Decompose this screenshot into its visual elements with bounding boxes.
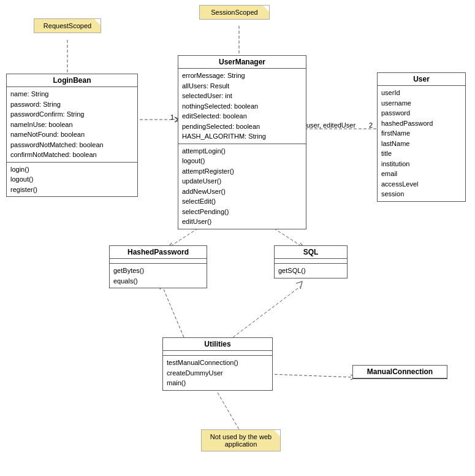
loginbean-attributes: name: String password: String passwordCo…: [7, 87, 137, 163]
class-utilities: Utilities testManualConnection() createD…: [162, 337, 273, 391]
multiplicity-user-label: user, editedUser: [306, 121, 355, 129]
class-sql: SQL getSQL(): [274, 245, 348, 278]
uml-diagram: RequestScoped SessionScoped LoginBean na…: [0, 0, 475, 476]
sql-header: SQL: [275, 246, 347, 259]
note-not-used: Not used by the web application: [201, 429, 281, 451]
user-attributes: userId username password hashedPassword …: [378, 86, 465, 201]
class-usermanager: UserManager errorMessage: String allUser…: [178, 55, 306, 229]
svg-line-7: [162, 286, 184, 337]
class-user: User userId username password hashedPass…: [377, 72, 466, 202]
manualconnection-header: ManualConnection: [353, 366, 447, 378]
loginbean-header: LoginBean: [7, 74, 137, 87]
utilities-methods: testManualConnection() createDummyUser m…: [163, 356, 272, 390]
sql-empty: [275, 259, 347, 264]
usermanager-header: UserManager: [178, 56, 306, 69]
utilities-header: Utilities: [163, 338, 272, 351]
note-session-scoped: SessionScoped: [199, 5, 270, 20]
note-request-scoped: RequestScoped: [34, 18, 101, 33]
svg-line-9: [270, 374, 352, 377]
loginbean-methods: login() logout() register(): [7, 163, 137, 197]
class-hashedpassword: HashedPassword getBytes() equals(): [109, 245, 207, 288]
class-loginbean: LoginBean name: String password: String …: [6, 74, 138, 197]
svg-line-10: [218, 393, 239, 429]
multiplicity-1: 1: [170, 113, 174, 121]
user-header: User: [378, 73, 465, 86]
usermanager-methods: attemptLogin() logout() attemptRegister(…: [178, 144, 306, 229]
multiplicity-2: 2: [369, 121, 373, 129]
sql-methods: getSQL(): [275, 264, 347, 278]
hashedpassword-methods: getBytes() equals(): [110, 264, 207, 288]
usermanager-attributes: errorMessage: String allUsers: Result se…: [178, 69, 306, 144]
utilities-empty: [163, 351, 272, 356]
class-manualconnection: ManualConnection: [352, 365, 447, 379]
svg-line-8: [233, 286, 300, 337]
hashedpassword-empty: [110, 259, 207, 264]
hashedpassword-header: HashedPassword: [110, 246, 207, 259]
